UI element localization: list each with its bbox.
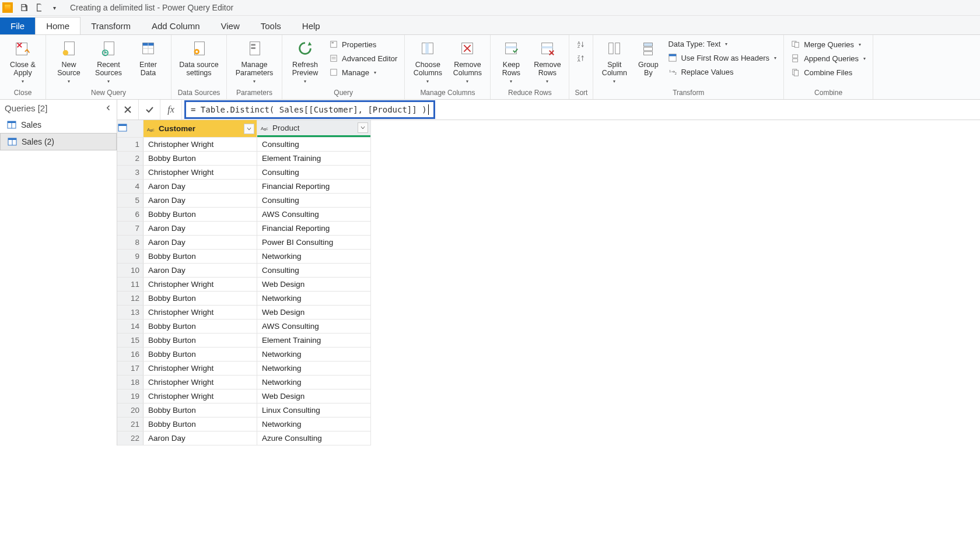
row-number[interactable]: 14 (117, 320, 144, 334)
tab-tools[interactable]: Tools (250, 17, 292, 34)
cell[interactable]: AWS Consulting (257, 320, 371, 334)
split-column-button[interactable]: Split Column ▾ (598, 37, 631, 86)
table-row[interactable]: 7Aaron DayFinancial Reporting (117, 222, 371, 236)
cell[interactable]: Element Training (257, 152, 371, 166)
row-number[interactable]: 8 (117, 236, 144, 250)
cell[interactable]: Aaron Day (144, 264, 257, 278)
table-corner-button[interactable] (117, 120, 144, 138)
cell[interactable]: Power BI Consulting (257, 236, 371, 250)
fx-button[interactable]: fx (160, 100, 182, 120)
data-source-settings-button[interactable]: Data source settings (176, 37, 222, 77)
cell[interactable]: Christopher Wright (144, 362, 257, 375)
cell[interactable]: Bobby Burton (144, 152, 257, 166)
table-row[interactable]: 11Christopher WrightWeb Design (117, 278, 371, 292)
close-apply-button[interactable]: Close & Apply ▾ (5, 37, 41, 86)
sort-desc-button[interactable]: ZA (574, 52, 588, 64)
cell[interactable]: Aaron Day (144, 222, 257, 236)
data-type-button[interactable]: Data Type: Text ▾ (666, 38, 779, 50)
data-table-wrap[interactable]: ABC Customer ABC Product (117, 120, 980, 445)
cell[interactable]: Element Training (257, 334, 371, 348)
tab-file[interactable]: File (0, 17, 35, 34)
table-row[interactable]: 9Bobby BurtonNetworking (117, 250, 371, 264)
table-row[interactable]: 4Aaron DayFinancial Reporting (117, 180, 371, 194)
row-number[interactable]: 1 (117, 138, 144, 152)
row-number[interactable]: 5 (117, 194, 144, 208)
remove-columns-button[interactable]: Remove Columns ▾ (449, 37, 485, 86)
row-number[interactable]: 10 (117, 264, 144, 278)
properties-button[interactable]: Properties (327, 38, 400, 50)
cell[interactable]: Christopher Wright (144, 166, 257, 180)
recent-sources-button[interactable]: Recent Sources ▾ (90, 37, 127, 86)
qat-save-button[interactable] (18, 1, 30, 14)
choose-columns-button[interactable]: Choose Columns ▾ (410, 37, 446, 86)
sort-asc-button[interactable]: AZ (574, 38, 588, 50)
row-number[interactable]: 4 (117, 180, 144, 194)
cell[interactable]: Christopher Wright (144, 278, 257, 292)
table-row[interactable]: 19Christopher WrightWeb Design (117, 389, 371, 403)
row-number[interactable]: 15 (117, 334, 144, 348)
cell[interactable]: Christopher Wright (144, 389, 257, 403)
qat-undo-button[interactable] (33, 1, 46, 14)
table-row[interactable]: 16Bobby BurtonNetworking (117, 348, 371, 362)
table-row[interactable]: 8Aaron DayPower BI Consulting (117, 236, 371, 250)
new-source-button[interactable]: New Source ▾ (51, 37, 87, 86)
table-row[interactable]: 3Christopher WrightConsulting (117, 166, 371, 180)
table-row[interactable]: 2Bobby BurtonElement Training (117, 152, 371, 166)
cell[interactable]: Web Design (257, 389, 371, 403)
keep-rows-button[interactable]: Keep Rows ▾ (495, 37, 527, 86)
row-number[interactable]: 2 (117, 152, 144, 166)
row-number[interactable]: 22 (117, 431, 144, 445)
tab-view[interactable]: View (211, 17, 250, 34)
table-row[interactable]: 18Christopher WrightNetworking (117, 375, 371, 389)
cell[interactable]: Bobby Burton (144, 250, 257, 264)
tab-help[interactable]: Help (292, 17, 331, 34)
cell[interactable]: Aaron Day (144, 236, 257, 250)
filter-button-product[interactable] (358, 122, 368, 133)
row-number[interactable]: 16 (117, 348, 144, 362)
query-item-sales[interactable]: Sales (0, 117, 117, 133)
column-header-product[interactable]: ABC Product (257, 120, 371, 138)
cell[interactable]: Consulting (257, 138, 371, 152)
row-number[interactable]: 12 (117, 292, 144, 306)
row-number[interactable]: 6 (117, 208, 144, 222)
combine-files-button[interactable]: Combine Files (789, 66, 868, 78)
collapse-pane-button[interactable] (105, 103, 112, 113)
cell[interactable]: Bobby Burton (144, 403, 257, 417)
table-row[interactable]: 1Christopher WrightConsulting (117, 138, 371, 152)
replace-values-button[interactable]: 12 Replace Values (666, 66, 779, 78)
row-number[interactable]: 11 (117, 278, 144, 292)
cell[interactable]: Azure Consulting (257, 431, 371, 445)
row-number[interactable]: 20 (117, 403, 144, 417)
cell[interactable]: Consulting (257, 264, 371, 278)
table-row[interactable]: 21Bobby BurtonNetworking (117, 417, 371, 431)
table-row[interactable]: 15Bobby BurtonElement Training (117, 334, 371, 348)
filter-button-customer[interactable] (244, 124, 254, 134)
tab-transform[interactable]: Transform (80, 17, 141, 34)
cell[interactable]: AWS Consulting (257, 208, 371, 222)
cell[interactable]: Networking (257, 250, 371, 264)
qat-dropdown[interactable]: ▾ (48, 1, 61, 14)
cell[interactable]: Web Design (257, 278, 371, 292)
row-number[interactable]: 18 (117, 375, 144, 389)
cell[interactable]: Web Design (257, 306, 371, 320)
query-item-sales-2[interactable]: Sales (2) (0, 133, 117, 150)
cell[interactable]: Bobby Burton (144, 208, 257, 222)
refresh-preview-button[interactable]: Refresh Preview ▾ (287, 37, 323, 86)
table-row[interactable]: 5Aaron DayConsulting (117, 194, 371, 208)
manage-button[interactable]: Manage ▾ (327, 66, 400, 78)
cell[interactable]: Bobby Burton (144, 320, 257, 334)
row-number[interactable]: 7 (117, 222, 144, 236)
table-row[interactable]: 10Aaron DayConsulting (117, 264, 371, 278)
table-row[interactable]: 6Bobby BurtonAWS Consulting (117, 208, 371, 222)
cell[interactable]: Christopher Wright (144, 375, 257, 389)
cell[interactable]: Bobby Burton (144, 292, 257, 306)
table-row[interactable]: 13Christopher WrightWeb Design (117, 306, 371, 320)
table-row[interactable]: 17Christopher WrightNetworking (117, 362, 371, 375)
enter-data-button[interactable]: Enter Data (130, 37, 166, 77)
cell[interactable]: Consulting (257, 166, 371, 180)
append-queries-button[interactable]: Append Queries ▾ (789, 52, 868, 64)
advanced-editor-button[interactable]: Advanced Editor (327, 52, 400, 64)
cell[interactable]: Christopher Wright (144, 138, 257, 152)
accept-formula-button[interactable] (139, 100, 160, 120)
remove-rows-button[interactable]: Remove Rows ▾ (530, 37, 564, 86)
